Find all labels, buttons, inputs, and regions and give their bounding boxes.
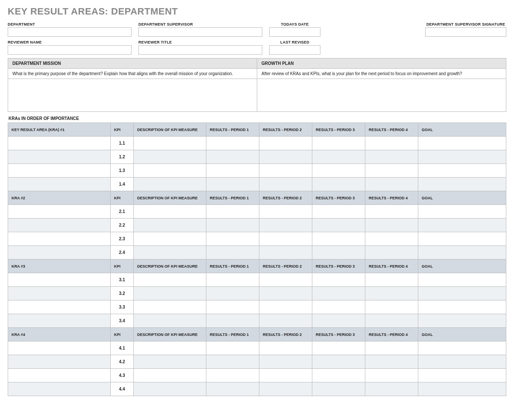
results-p2-cell[interactable] bbox=[259, 273, 312, 287]
results-p2-cell[interactable] bbox=[259, 178, 312, 191]
kra-name-cell[interactable] bbox=[8, 232, 111, 246]
kpi-desc-cell[interactable] bbox=[134, 205, 206, 219]
results-p1-cell[interactable] bbox=[206, 300, 259, 314]
results-p4-cell[interactable] bbox=[365, 382, 418, 396]
results-p4-cell[interactable] bbox=[365, 314, 418, 328]
results-p4-cell[interactable] bbox=[365, 287, 418, 300]
kra-name-cell[interactable] bbox=[8, 382, 111, 396]
goal-cell[interactable] bbox=[418, 164, 506, 178]
results-p1-cell[interactable] bbox=[206, 273, 259, 287]
results-p3-cell[interactable] bbox=[312, 341, 365, 355]
results-p3-cell[interactable] bbox=[312, 300, 365, 314]
reviewer-title-input[interactable] bbox=[138, 45, 262, 55]
results-p3-cell[interactable] bbox=[312, 219, 365, 232]
results-p2-cell[interactable] bbox=[259, 382, 312, 396]
kra-name-cell[interactable] bbox=[8, 287, 111, 300]
kra-name-cell[interactable] bbox=[8, 355, 111, 369]
kra-name-cell[interactable] bbox=[8, 246, 111, 260]
kra-name-cell[interactable] bbox=[8, 137, 111, 150]
results-p1-cell[interactable] bbox=[206, 164, 259, 178]
results-p3-cell[interactable] bbox=[312, 273, 365, 287]
results-p1-cell[interactable] bbox=[206, 232, 259, 246]
results-p4-cell[interactable] bbox=[365, 178, 418, 191]
results-p1-cell[interactable] bbox=[206, 150, 259, 164]
last-revised-input[interactable] bbox=[269, 45, 320, 55]
results-p3-cell[interactable] bbox=[312, 150, 365, 164]
results-p4-cell[interactable] bbox=[365, 246, 418, 260]
kra-name-cell[interactable] bbox=[8, 300, 111, 314]
results-p2-cell[interactable] bbox=[259, 219, 312, 232]
goal-cell[interactable] bbox=[418, 178, 506, 191]
results-p2-cell[interactable] bbox=[259, 341, 312, 355]
kra-name-cell[interactable] bbox=[8, 273, 111, 287]
kpi-desc-cell[interactable] bbox=[134, 164, 206, 178]
results-p2-cell[interactable] bbox=[259, 232, 312, 246]
results-p1-cell[interactable] bbox=[206, 355, 259, 369]
results-p3-cell[interactable] bbox=[312, 355, 365, 369]
kpi-desc-cell[interactable] bbox=[134, 287, 206, 300]
goal-cell[interactable] bbox=[418, 382, 506, 396]
kra-name-cell[interactable] bbox=[8, 205, 111, 219]
results-p2-cell[interactable] bbox=[259, 355, 312, 369]
goal-cell[interactable] bbox=[418, 300, 506, 314]
results-p3-cell[interactable] bbox=[312, 287, 365, 300]
results-p1-cell[interactable] bbox=[206, 287, 259, 300]
goal-cell[interactable] bbox=[418, 355, 506, 369]
goal-cell[interactable] bbox=[418, 246, 506, 260]
goal-cell[interactable] bbox=[418, 369, 506, 382]
results-p2-cell[interactable] bbox=[259, 300, 312, 314]
results-p1-cell[interactable] bbox=[206, 219, 259, 232]
results-p3-cell[interactable] bbox=[312, 382, 365, 396]
results-p2-cell[interactable] bbox=[259, 150, 312, 164]
goal-cell[interactable] bbox=[418, 273, 506, 287]
kra-name-cell[interactable] bbox=[8, 369, 111, 382]
kpi-desc-cell[interactable] bbox=[134, 273, 206, 287]
results-p1-cell[interactable] bbox=[206, 314, 259, 328]
results-p1-cell[interactable] bbox=[206, 246, 259, 260]
results-p4-cell[interactable] bbox=[365, 205, 418, 219]
results-p4-cell[interactable] bbox=[365, 369, 418, 382]
results-p4-cell[interactable] bbox=[365, 164, 418, 178]
kpi-desc-cell[interactable] bbox=[134, 314, 206, 328]
results-p3-cell[interactable] bbox=[312, 164, 365, 178]
results-p1-cell[interactable] bbox=[206, 382, 259, 396]
results-p2-cell[interactable] bbox=[259, 369, 312, 382]
results-p1-cell[interactable] bbox=[206, 341, 259, 355]
kra-name-cell[interactable] bbox=[8, 178, 111, 191]
kpi-desc-cell[interactable] bbox=[134, 382, 206, 396]
kra-name-cell[interactable] bbox=[8, 341, 111, 355]
kpi-desc-cell[interactable] bbox=[134, 178, 206, 191]
supervisor-input[interactable] bbox=[138, 27, 262, 37]
results-p3-cell[interactable] bbox=[312, 205, 365, 219]
results-p1-cell[interactable] bbox=[206, 137, 259, 150]
results-p1-cell[interactable] bbox=[206, 205, 259, 219]
results-p2-cell[interactable] bbox=[259, 205, 312, 219]
department-input[interactable] bbox=[8, 27, 132, 37]
goal-cell[interactable] bbox=[418, 287, 506, 300]
results-p2-cell[interactable] bbox=[259, 137, 312, 150]
results-p3-cell[interactable] bbox=[312, 246, 365, 260]
kra-name-cell[interactable] bbox=[8, 150, 111, 164]
mission-body[interactable] bbox=[8, 79, 257, 111]
reviewer-name-input[interactable] bbox=[8, 45, 132, 55]
goal-cell[interactable] bbox=[418, 219, 506, 232]
goal-cell[interactable] bbox=[418, 137, 506, 150]
kra-name-cell[interactable] bbox=[8, 314, 111, 328]
results-p4-cell[interactable] bbox=[365, 137, 418, 150]
kpi-desc-cell[interactable] bbox=[134, 150, 206, 164]
goal-cell[interactable] bbox=[418, 341, 506, 355]
results-p1-cell[interactable] bbox=[206, 369, 259, 382]
signature-input[interactable] bbox=[425, 27, 506, 37]
kpi-desc-cell[interactable] bbox=[134, 300, 206, 314]
kpi-desc-cell[interactable] bbox=[134, 232, 206, 246]
results-p2-cell[interactable] bbox=[259, 246, 312, 260]
goal-cell[interactable] bbox=[418, 205, 506, 219]
kpi-desc-cell[interactable] bbox=[134, 137, 206, 150]
results-p4-cell[interactable] bbox=[365, 341, 418, 355]
results-p4-cell[interactable] bbox=[365, 219, 418, 232]
kra-name-cell[interactable] bbox=[8, 164, 111, 178]
kpi-desc-cell[interactable] bbox=[134, 355, 206, 369]
kpi-desc-cell[interactable] bbox=[134, 246, 206, 260]
results-p3-cell[interactable] bbox=[312, 137, 365, 150]
kpi-desc-cell[interactable] bbox=[134, 219, 206, 232]
